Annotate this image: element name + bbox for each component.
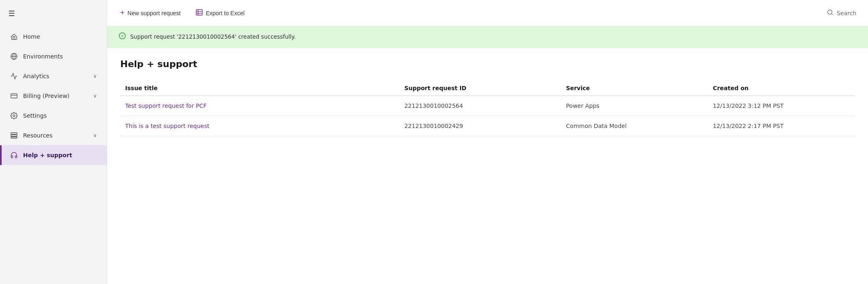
sidebar-item-billing-label: Billing (Preview) xyxy=(23,93,88,99)
help-support-icon xyxy=(10,151,18,159)
col-header-service: Service xyxy=(561,81,708,96)
sidebar-item-analytics-label: Analytics xyxy=(23,73,88,79)
main-content: + New support request Export to Excel Se… xyxy=(107,0,868,284)
created-on-cell: 12/13/2022 2:17 PM PST xyxy=(708,116,855,136)
search-icon xyxy=(827,9,833,17)
sidebar-item-analytics[interactable]: Analytics ∨ xyxy=(0,66,107,86)
hamburger-icon[interactable]: ☰ xyxy=(8,9,15,18)
sidebar-item-billing[interactable]: Billing (Preview) ∨ xyxy=(0,86,107,106)
issue-title-cell[interactable]: Test support request for PCF xyxy=(120,96,399,116)
billing-icon xyxy=(10,92,18,100)
plus-icon: + xyxy=(120,9,125,17)
sidebar-item-settings-label: Settings xyxy=(23,112,97,119)
settings-icon xyxy=(10,112,18,120)
export-label: Export to Excel xyxy=(206,10,245,16)
resources-chevron-icon: ∨ xyxy=(93,133,97,138)
search-area[interactable]: Search xyxy=(827,9,856,17)
sidebar-item-environments-label: Environments xyxy=(23,53,97,60)
export-to-excel-button[interactable]: Export to Excel xyxy=(194,6,246,20)
sidebar-item-resources-label: Resources xyxy=(23,132,88,139)
table-row: Test support request for PCF221213001000… xyxy=(120,96,855,116)
support-request-id-cell: 2212130010002564 xyxy=(399,96,561,116)
col-header-issue-title: Issue title xyxy=(120,81,399,96)
support-request-id-cell: 2212130010002429 xyxy=(399,116,561,136)
success-icon xyxy=(119,32,126,41)
service-cell: Common Data Model xyxy=(561,116,708,136)
svg-point-5 xyxy=(13,115,15,117)
svg-rect-7 xyxy=(11,135,17,137)
success-message: Support request '2212130010002564' creat… xyxy=(130,33,296,40)
excel-icon xyxy=(196,9,203,18)
page-title: Help + support xyxy=(120,59,855,69)
search-label: Search xyxy=(837,10,856,16)
billing-chevron-icon: ∨ xyxy=(93,93,97,99)
created-on-cell: 12/13/2022 3:12 PM PST xyxy=(708,96,855,116)
success-banner: Support request '2212130010002564' creat… xyxy=(107,26,868,47)
svg-rect-6 xyxy=(11,133,17,134)
page-body: Help + support Issue title Support reque… xyxy=(107,47,868,284)
sidebar-header: ☰ xyxy=(0,0,107,27)
sidebar-item-home[interactable]: Home xyxy=(0,27,107,47)
environments-icon xyxy=(10,52,18,61)
sidebar: ☰ Home Environments Analytics ∨ B xyxy=(0,0,107,284)
toolbar: + New support request Export to Excel Se… xyxy=(107,0,868,26)
sidebar-item-resources[interactable]: Resources ∨ xyxy=(0,126,107,145)
sidebar-item-help-support-label: Help + support xyxy=(23,152,97,158)
support-table: Issue title Support request ID Service C… xyxy=(120,81,855,136)
analytics-icon xyxy=(10,72,18,80)
svg-rect-8 xyxy=(11,137,17,138)
analytics-chevron-icon: ∨ xyxy=(93,73,97,79)
col-header-support-request-id: Support request ID xyxy=(399,81,561,96)
col-header-created-on: Created on xyxy=(708,81,855,96)
service-cell: Power Apps xyxy=(561,96,708,116)
sidebar-item-settings[interactable]: Settings xyxy=(0,106,107,126)
new-request-label: New support request xyxy=(128,10,181,16)
svg-point-13 xyxy=(828,10,832,14)
svg-rect-3 xyxy=(11,94,17,98)
resources-icon xyxy=(10,131,18,140)
svg-line-14 xyxy=(831,14,833,15)
sidebar-item-help-support[interactable]: Help + support xyxy=(0,145,107,165)
sidebar-item-home-label: Home xyxy=(23,33,97,40)
sidebar-nav: Home Environments Analytics ∨ Billing (P… xyxy=(0,27,107,284)
table-row: This is a test support request2212130010… xyxy=(120,116,855,136)
issue-title-cell[interactable]: This is a test support request xyxy=(120,116,399,136)
new-support-request-button[interactable]: + New support request xyxy=(119,6,182,20)
svg-rect-9 xyxy=(196,9,202,15)
sidebar-item-environments[interactable]: Environments xyxy=(0,47,107,66)
home-icon xyxy=(10,33,18,41)
table-header-row: Issue title Support request ID Service C… xyxy=(120,81,855,96)
